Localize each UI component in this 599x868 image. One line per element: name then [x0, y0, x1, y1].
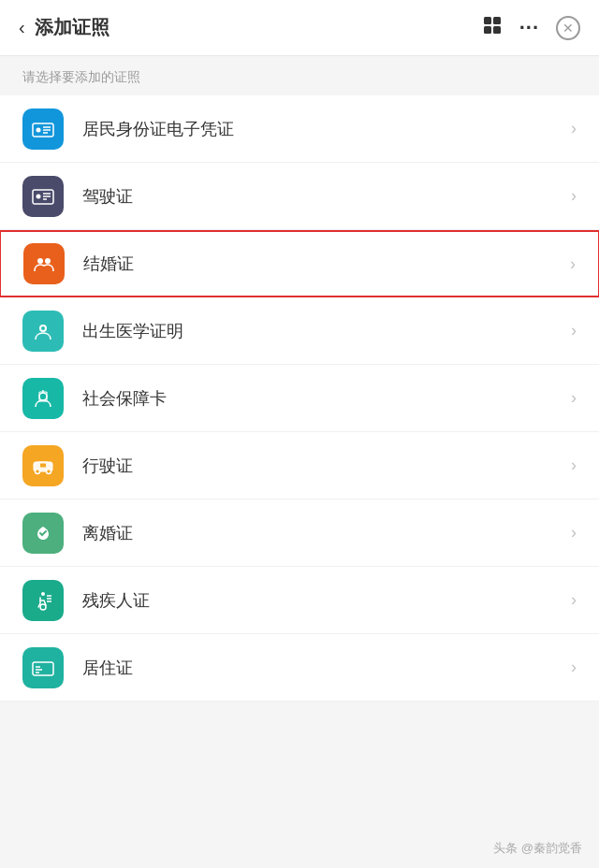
list-item[interactable]: 驾驶证 ›	[0, 163, 599, 230]
driver-license-label: 驾驶证	[82, 185, 563, 208]
svg-point-10	[37, 194, 41, 198]
residence-permit-icon	[22, 647, 64, 688]
svg-point-5	[37, 127, 41, 132]
list-item[interactable]: 离婚证 ›	[0, 499, 599, 567]
social-security-label: 社会保障卡	[82, 387, 563, 410]
chevron-icon: ›	[571, 658, 577, 677]
header-right: ··· ✕	[482, 15, 580, 40]
chevron-icon: ›	[571, 186, 577, 206]
vehicle-license-icon	[22, 445, 64, 486]
marriage-cert-label: 结婚证	[83, 253, 562, 275]
chevron-icon: ›	[571, 523, 577, 542]
list-item[interactable]: 居民身份证电子凭证 ›	[0, 95, 599, 163]
svg-point-14	[37, 258, 43, 264]
birth-cert-label: 出生医学证明	[82, 320, 563, 342]
svg-rect-2	[484, 26, 491, 34]
more-icon[interactable]: ···	[519, 16, 539, 40]
svg-rect-0	[484, 17, 491, 24]
svg-point-25	[41, 592, 45, 596]
back-button[interactable]: ‹	[19, 17, 25, 38]
residence-permit-label: 居住证	[82, 657, 563, 679]
vehicle-license-label: 行驶证	[82, 455, 563, 477]
chevron-icon: ›	[571, 119, 577, 138]
chevron-icon: ›	[571, 590, 577, 610]
chevron-icon: ›	[571, 321, 577, 340]
grid-icon[interactable]	[482, 15, 503, 40]
close-button[interactable]: ✕	[556, 16, 580, 40]
svg-point-26	[40, 604, 46, 610]
list-item[interactable]: 居住证 ›	[0, 634, 599, 702]
driver-license-icon	[22, 176, 64, 217]
certificate-list: 居民身份证电子凭证 › 驾驶证 › 结婚证 ›	[0, 95, 599, 702]
svg-point-17	[41, 326, 45, 330]
list-item[interactable]: 残疾人证 ›	[0, 567, 599, 634]
svg-rect-1	[493, 17, 501, 24]
svg-rect-24	[40, 463, 46, 467]
disability-cert-icon	[22, 580, 64, 621]
svg-point-15	[45, 258, 51, 264]
section-hint: 请选择要添加的证照	[0, 56, 599, 95]
list-item[interactable]: 出生医学证明 ›	[0, 297, 599, 365]
close-icon: ✕	[562, 21, 574, 36]
chevron-icon: ›	[570, 254, 576, 274]
id-card-label: 居民身份证电子凭证	[82, 118, 563, 140]
header-left: ‹ 添加证照	[19, 15, 110, 40]
marriage-cert-icon	[23, 243, 65, 284]
svg-point-22	[36, 469, 40, 473]
divorce-cert-label: 离婚证	[82, 522, 563, 544]
header: ‹ 添加证照 ··· ✕	[0, 0, 599, 56]
social-security-icon	[22, 378, 64, 419]
chevron-icon: ›	[571, 388, 577, 408]
page-title: 添加证照	[35, 15, 110, 40]
disability-cert-label: 残疾人证	[82, 589, 563, 612]
chevron-icon: ›	[571, 456, 577, 475]
list-item[interactable]: 社会保障卡 ›	[0, 365, 599, 432]
svg-rect-3	[493, 26, 501, 34]
divorce-cert-icon	[22, 513, 64, 554]
list-item[interactable]: 行驶证 ›	[0, 432, 599, 499]
svg-point-18	[39, 393, 47, 400]
svg-point-23	[47, 469, 51, 473]
list-item[interactable]: 结婚证 ›	[0, 230, 599, 297]
svg-rect-30	[33, 662, 53, 675]
birth-cert-icon	[22, 311, 64, 352]
id-card-icon	[22, 108, 64, 150]
watermark: 头条 @秦韵觉香	[493, 840, 582, 857]
